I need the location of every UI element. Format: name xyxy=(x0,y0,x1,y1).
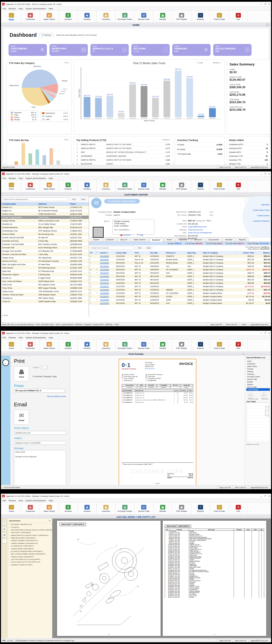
invoice-number-link[interactable]: 201000007 xyxy=(100,296,109,297)
maximize-button[interactable]: ❐ xyxy=(264,495,266,497)
invoice-number-link[interactable]: 201000009 xyxy=(100,289,109,291)
customer-row[interactable]: Stark, McLaughlin and Fisher 02 Haas Pla… xyxy=(1,263,89,266)
toolbar-item[interactable]: $ Invoices xyxy=(59,180,78,192)
invoice-number-link[interactable]: 201000057 xyxy=(100,259,109,260)
customer-row[interactable]: Schaefer-Bashirian 8801 Straight Way (51… xyxy=(1,226,89,229)
opened-window-item[interactable]: Home xyxy=(246,360,270,362)
bookmark-item[interactable]: AUTOMATIC REVERSE FEED COMPONENTS xyxy=(8,550,52,553)
toolbar-item[interactable]: ▥ Purchase Orders xyxy=(116,11,134,23)
maximize-button[interactable]: ❐ xyxy=(264,3,266,5)
menu-item[interactable]: System Administration xyxy=(26,8,46,10)
invoice-row[interactable]: I 201000041 09/24/2024 NET 15 10/09/2024… xyxy=(89,265,271,268)
pdf-page-diagram[interactable]: MAIN SHAFT COMPONENTS xyxy=(57,521,161,636)
trend-bar-group[interactable]: $2,093 12/01/2024 xyxy=(197,68,205,119)
top-product-row[interactable]: 3 5292 NEEDLE SET SCREW ORIGINAL F/PEGAS… xyxy=(76,150,170,154)
message-textarea[interactable]: Hello world. Sample invoice attached. xyxy=(14,450,66,489)
menu-item[interactable]: Help xyxy=(49,8,53,10)
toolbar-item[interactable]: $ Invoices xyxy=(59,503,78,514)
toolbar-item[interactable]: ⌸ Point of Sale xyxy=(210,503,229,514)
clear-button[interactable]: Clear xyxy=(145,246,153,249)
toolbar-item[interactable]: ☏ Service Calls xyxy=(134,180,153,192)
customer-row[interactable]: Stiedemann-Gaylord 9 Starling Way (646)4… xyxy=(1,273,89,276)
trend-bar-group[interactable]: $35,104 10/06/2024 xyxy=(105,68,114,119)
bookmark-item[interactable]: THREAD TRIMMER COMPONENTS (1) xyxy=(8,539,52,542)
day-bar-group[interactable]: Sat xyxy=(56,143,61,167)
saved-login-button[interactable]: ⟳ xyxy=(261,393,266,398)
opened-window-item[interactable]: Sales Orders xyxy=(246,365,270,368)
toolbar-item[interactable]: ▦ Inventory xyxy=(97,180,116,192)
maximize-button[interactable]: ❐ xyxy=(264,332,266,334)
toolbar-item[interactable]: ◔ Reports xyxy=(191,180,210,192)
toolbar-item[interactable]: ▣ PDF Reader xyxy=(172,340,191,351)
include-company-copy-checkbox[interactable]: ☑ Include Company Copy xyxy=(33,375,57,378)
toolbar-item[interactable]: ✕ Exit xyxy=(229,503,248,514)
invoice-row[interactable]: I 201000023 04/28/2024 NET 15 05/13/2024… xyxy=(89,278,271,281)
toolbar-item[interactable]: ▣ PDF Reader xyxy=(172,180,191,192)
invoice-row[interactable]: I 201000057 12/04/2024 Due on 1st 12/06/… xyxy=(89,258,271,261)
detail-tab[interactable]: Rentals* xyxy=(223,237,235,242)
invoice-search-input[interactable] xyxy=(91,246,135,250)
quick-action-link[interactable]: Create Invoice xyxy=(253,214,269,217)
trend-bar-group[interactable]: $54,902 10/20/2024 xyxy=(128,68,137,119)
toolbar-item[interactable]: ▩ Rentals xyxy=(153,180,172,192)
invoice-number-link[interactable]: 201000041 xyxy=(100,265,109,267)
toolbar-item[interactable]: ▦ Inventory xyxy=(97,11,116,23)
toolbar-item[interactable]: ☻ Customers xyxy=(21,340,40,351)
col-sales-rep[interactable]: Sales Rep xyxy=(187,251,202,254)
menu-item[interactable]: View xyxy=(18,8,23,10)
customer-row[interactable]: Thiel Group 823 Lakeland Center (917)129… xyxy=(1,283,89,286)
bookmark-item[interactable]: THREAD WIPER COMPONENTS xyxy=(8,547,52,550)
invoice-row[interactable]: I 201000007 12/10/2023 NET 15 12/25/2023… xyxy=(89,295,271,298)
toolbar-item[interactable]: ⌂ Home xyxy=(2,180,21,192)
toolbar-item[interactable]: ✕ Exit xyxy=(229,340,248,351)
trend-bar-group[interactable]: $60,949 11/10/2024 xyxy=(162,68,171,119)
search-icon[interactable] xyxy=(266,24,269,26)
toolbar-item[interactable]: ☏ Service Calls xyxy=(134,11,153,23)
menu-item[interactable]: Window xyxy=(9,8,16,10)
bookmark-item[interactable]: MAIN SHAFT COMPONENTS xyxy=(8,531,52,534)
customer-row[interactable]: Tony's Shop 3887 Legacy Parkway (203)883… xyxy=(1,286,89,290)
bookmark-item[interactable]: NUMERICAL INDEX OF PARTS xyxy=(8,564,52,566)
email-address-input[interactable] xyxy=(14,431,66,435)
search-tool-icon[interactable]: ⌕ xyxy=(2,539,7,543)
detail-tab[interactable]: Sales Orders* xyxy=(131,237,149,242)
customer-row[interactable]: Terry, Carter and Mayert 32299 Rigney Dr… xyxy=(1,280,89,283)
customer-row[interactable]: Schmitt, Simonis and Wolff 49 Gale Hill … xyxy=(1,236,89,239)
close-button[interactable]: ✕ xyxy=(268,173,270,175)
invoice-number-link[interactable]: 201000005 xyxy=(100,302,109,304)
col-reference[interactable]: Reference # xyxy=(165,251,186,254)
invoice-row[interactable]: I 201000046 09/24/2024 Due on 1st 10/01/… xyxy=(89,261,271,265)
toolbar-item[interactable]: ▤ Sales Orders xyxy=(40,180,59,192)
invoice-number-link[interactable]: 201000046 xyxy=(100,262,109,264)
toolbar-item[interactable]: ☻ Customers xyxy=(21,11,40,23)
trend-bar-group[interactable]: $65,493 11/24/2024 xyxy=(185,68,194,119)
invoice-number-link[interactable]: 201000023 xyxy=(100,279,109,281)
toolbar-item[interactable]: ▥ Purchase Orders xyxy=(116,340,134,351)
cycle-checkbox[interactable]: ☐ Cycle xyxy=(196,62,203,64)
toolbar-item[interactable]: ▩ Rentals xyxy=(153,503,172,514)
website-link[interactable]: www.01corp.com xyxy=(188,229,217,231)
toolbar-item[interactable]: ⌸ Point of Sale xyxy=(210,11,229,23)
bookmark-item[interactable]: THREAD TRIMMER COMPONENTS (2) xyxy=(8,542,52,545)
opened-window-item[interactable]: Point of Sale xyxy=(246,386,270,388)
col-star[interactable]: * xyxy=(96,251,99,254)
print-button[interactable]: 🖶Print xyxy=(14,366,29,381)
opened-window-item[interactable]: * Print Preview xyxy=(246,388,270,391)
bookmarks-tool-icon[interactable]: 🕮 xyxy=(2,526,7,531)
quick-action-link[interactable]: Create Sales Order xyxy=(253,209,269,211)
day-bar-group[interactable]: Mon xyxy=(21,143,26,167)
col-company-name[interactable]: Company Name xyxy=(1,203,37,206)
title-bar[interactable]: h HyperAct 11 (v23.05.1196) - Demo Compa… xyxy=(1,2,271,7)
trend-bar-group[interactable]: $51,896 10/27/2024 xyxy=(140,68,148,119)
bookmark-item[interactable]: DDL-5550N-7-WB PARTS LIST xyxy=(8,523,52,526)
toolbar-item[interactable]: ◔ Reports xyxy=(191,340,210,351)
thumbnails-tool-icon[interactable]: ▤ xyxy=(2,533,7,537)
detail-tab[interactable]: Reports xyxy=(236,237,248,242)
toolbar-item[interactable]: ▤ Sales Orders xyxy=(40,503,59,514)
trend-bar-group[interactable]: $33,773 09/22/2024 xyxy=(83,68,91,119)
bookmark-item[interactable]: LIST FOR INTERLOCK OF GAUGE PARTS xyxy=(8,558,52,561)
opened-window-item[interactable]: Rentals xyxy=(246,380,270,383)
toolbar-item[interactable]: ▥ Purchase Orders xyxy=(116,180,134,192)
menu-item[interactable]: Window xyxy=(9,499,16,502)
title-bar[interactable]: h HyperAct 11 (v23.05.1196) - Sample Com… xyxy=(1,494,271,499)
